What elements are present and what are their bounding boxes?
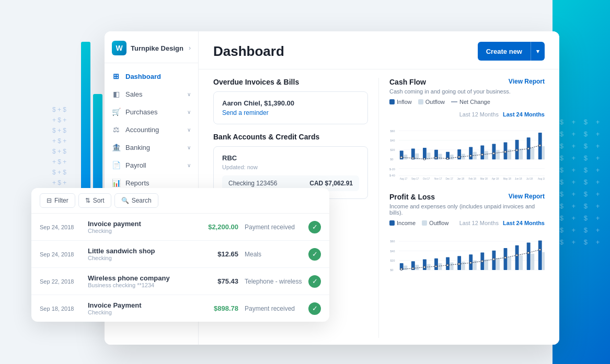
- profit-loss-view-report[interactable]: View Report: [509, 193, 545, 200]
- profit-loss-header: Profit & Loss View Report: [389, 193, 545, 201]
- tx-name: Little sandwich shop: [88, 247, 190, 255]
- svg-rect-16: [423, 148, 427, 159]
- sidebar-item-banking[interactable]: 🏦 Banking ∨: [105, 138, 198, 156]
- svg-point-39: [412, 157, 414, 159]
- create-new-label: Create new: [478, 43, 531, 60]
- table-row: Sep 22, 2018 Wireless phone company Busi…: [31, 268, 329, 295]
- profit-loss-legend: Income Outflow Last 12 Months Last 24 Mo…: [389, 220, 545, 226]
- tx-category: Payment received: [245, 224, 302, 231]
- cash-flow-title: Cash Flow: [389, 78, 426, 86]
- bg-symbol: $ + $ +: [560, 178, 603, 186]
- search-button[interactable]: 🔍 Search: [114, 193, 158, 208]
- sidebar-item-sales[interactable]: ◧ Sales ∨: [105, 85, 198, 103]
- cash-flow-svg: $60 $40 $20 $0 $-20 $-40: [389, 121, 545, 189]
- sidebar-item-dashboard[interactable]: ⊞ Dashboard: [105, 67, 198, 85]
- svg-rect-73: [404, 266, 407, 270]
- sidebar-item-purchases[interactable]: 🛒 Purchases ∨: [105, 103, 198, 121]
- bg-symbol: $ + $ +: [560, 238, 603, 246]
- svg-text:$60: $60: [390, 130, 395, 133]
- sort-icon: ⇅: [85, 197, 90, 204]
- svg-rect-29: [496, 150, 500, 160]
- pl-last-12-months[interactable]: Last 12 Months: [459, 220, 499, 226]
- account-balance: CAD $7,062.91: [309, 180, 353, 187]
- svg-point-108: [516, 254, 518, 256]
- app-logo: W: [112, 41, 126, 55]
- cash-flow-view-report[interactable]: View Report: [509, 78, 545, 85]
- filter-label: Filter: [54, 197, 68, 204]
- tx-sub: Business checking **1234: [88, 282, 190, 288]
- svg-rect-13: [404, 155, 407, 159]
- svg-text:Aug 18: Aug 18: [538, 178, 545, 180]
- sidebar-item-accounting[interactable]: ⚖ Accounting ∨: [105, 121, 198, 138]
- svg-rect-79: [439, 263, 442, 270]
- sort-button[interactable]: ⇅ Sort: [78, 193, 111, 208]
- chevron-right-icon[interactable]: ›: [189, 44, 191, 52]
- account-type: Checking 123456: [228, 180, 277, 187]
- svg-point-47: [504, 151, 507, 153]
- svg-point-105: [481, 260, 484, 262]
- svg-point-45: [481, 154, 484, 156]
- tx-check: ✓: [308, 302, 321, 315]
- svg-text:$40: $40: [390, 250, 395, 253]
- profit-loss-chart: $60 $40 $20 $0: [389, 229, 545, 297]
- search-icon: 🔍: [121, 197, 129, 204]
- sidebar-nav: ⊞ Dashboard ◧ Sales ∨ 🛒 Purchases ∨ ⚖ Ac…: [105, 63, 198, 196]
- reports-icon: 📊: [112, 179, 120, 187]
- chevron-down-icon: ∨: [187, 91, 191, 97]
- bg-symbol: $ + $ +: [560, 214, 603, 222]
- time-toggle: Last 12 Months Last 24 Months: [459, 111, 545, 118]
- dashboard-icon: ⊞: [112, 72, 120, 80]
- create-new-button[interactable]: Create new ▾: [478, 42, 545, 61]
- svg-text:$60: $60: [390, 240, 395, 243]
- pl-last-24-months[interactable]: Last 24 Months: [503, 220, 545, 226]
- tx-amount: $75.43: [197, 277, 238, 285]
- chevron-down-icon[interactable]: ▾: [531, 43, 545, 60]
- dashboard-header: Dashboard Create new ▾: [199, 31, 559, 69]
- svg-text:$-40: $-40: [389, 174, 395, 177]
- cash-flow-legend: Inflow Outflow Net Change Last 12 Months…: [389, 99, 545, 118]
- inflow-dot: [389, 99, 395, 104]
- svg-rect-37: [542, 146, 545, 159]
- tx-date: Sep 22, 2018: [40, 278, 82, 285]
- svg-text:$0: $0: [390, 158, 394, 161]
- tx-name: Invoice Payment: [88, 301, 190, 309]
- cash-flow-chart: $60 $40 $20 $0 $-20 $-40: [389, 121, 545, 189]
- sidebar-item-payroll[interactable]: 📄 Payroll ∨: [105, 156, 198, 174]
- table-row: Sep 24, 2018 Little sandwich shop Checki…: [31, 241, 329, 268]
- purchases-icon: 🛒: [112, 108, 120, 116]
- net-change-line: [451, 101, 457, 102]
- bg-symbol: $ + $ +: [560, 166, 603, 174]
- svg-text:Aug 17: Aug 17: [400, 178, 408, 180]
- svg-point-40: [423, 158, 425, 160]
- pl-time-toggle: Last 12 Months Last 24 Months: [459, 220, 545, 226]
- svg-point-99: [412, 267, 414, 269]
- svg-rect-80: [446, 257, 450, 270]
- tx-info: Invoice payment Checking: [88, 220, 190, 234]
- search-label: Search: [132, 197, 152, 204]
- svg-text:Jun 18: Jun 18: [515, 178, 522, 180]
- svg-point-102: [446, 264, 448, 266]
- svg-point-98: [400, 268, 402, 271]
- svg-point-101: [435, 265, 437, 267]
- tx-check: ✓: [308, 275, 321, 288]
- last-24-months[interactable]: Last 24 Months: [503, 111, 545, 118]
- tx-info: Invoice Payment Checking: [88, 301, 190, 315]
- profit-loss-subtitle: Income and expenses only (includes unpai…: [389, 203, 545, 216]
- bank-accounts-section-title: Bank Accounts & Credit Cards: [213, 133, 368, 141]
- table-row: Sep 18, 2018 Invoice Payment Checking $8…: [31, 295, 329, 322]
- svg-point-44: [469, 155, 471, 157]
- filter-button[interactable]: ⊟ Filter: [40, 193, 75, 208]
- tx-category: Telephone - wireless: [245, 278, 302, 285]
- sidebar-item-label: Banking: [125, 144, 150, 151]
- page-title: Dashboard: [213, 43, 284, 60]
- outflow-label: Outflow: [425, 99, 445, 105]
- bg-symbol: $ + $ +: [560, 118, 603, 126]
- svg-point-42: [446, 158, 448, 160]
- send-reminder-link[interactable]: Send a reminder: [222, 109, 359, 116]
- sidebar-item-label: Reports: [125, 179, 149, 187]
- svg-rect-81: [450, 262, 454, 269]
- last-12-months[interactable]: Last 12 Months: [459, 111, 499, 118]
- svg-rect-27: [485, 151, 488, 159]
- svg-point-48: [516, 149, 518, 151]
- tx-name: Invoice payment: [88, 220, 190, 228]
